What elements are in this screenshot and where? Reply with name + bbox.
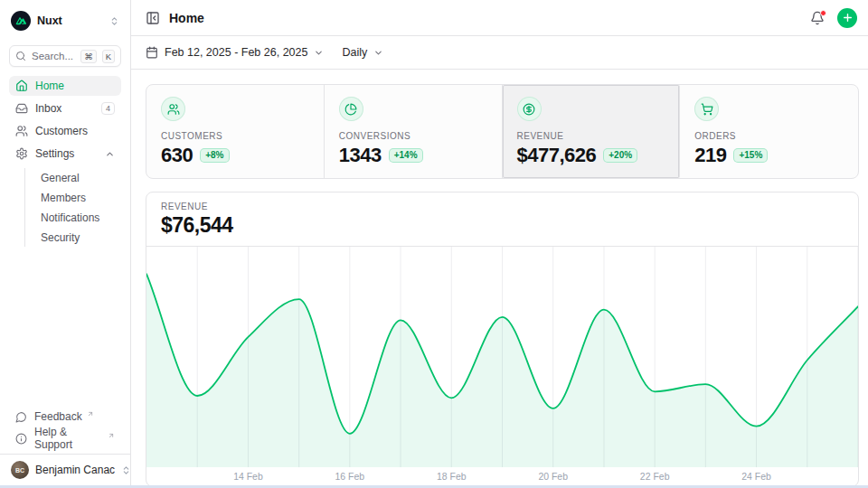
stat-label: CUSTOMERS (161, 131, 309, 141)
period-select[interactable]: Daily (342, 46, 383, 59)
external-link-icon (108, 432, 115, 439)
search-input[interactable]: Search... ⌘ K (9, 45, 121, 67)
notification-dot (820, 10, 826, 16)
chevrons-up-down-icon (109, 16, 119, 26)
stat-card-customers[interactable]: CUSTOMERS 630 +8% (146, 85, 325, 178)
user-menu-button[interactable]: BC Benjamin Canac (0, 454, 130, 485)
sidebar-nav: Home Inbox 4 Customers Settings (0, 76, 130, 249)
user-name: Benjamin Canac (35, 464, 115, 476)
revenue-chart-card: REVENUE $76,544 14 Feb16 Feb18 Feb20 Feb… (146, 192, 859, 485)
help-support-label: Help & Support (34, 426, 103, 451)
svg-text:18 Feb: 18 Feb (437, 472, 467, 482)
sidebar-item-home[interactable]: Home (9, 76, 121, 96)
stat-label: CONVERSIONS (339, 131, 487, 141)
home-icon (15, 80, 28, 92)
svg-text:24 Feb: 24 Feb (741, 472, 771, 482)
help-support-link[interactable]: Help & Support (9, 428, 121, 448)
stat-value: 219 (694, 144, 726, 167)
stat-delta-badge: +14% (389, 148, 423, 163)
sidebar-item-general[interactable]: General (35, 168, 121, 187)
stat-value: $477,626 (517, 144, 597, 167)
chevrons-up-down-icon (121, 465, 131, 475)
svg-text:16 Feb: 16 Feb (335, 472, 364, 482)
feedback-label: Feedback (34, 410, 82, 423)
stat-delta-badge: +8% (200, 148, 229, 163)
chevron-down-icon (314, 48, 324, 58)
chart-body: 14 Feb16 Feb18 Feb20 Feb22 Feb24 Feb (146, 247, 858, 485)
top-bar: Home (131, 0, 868, 36)
users-icon (15, 125, 28, 137)
search-icon (15, 51, 26, 61)
stat-card-orders[interactable]: ORDERS 219 +15% (680, 85, 858, 178)
date-range-picker[interactable]: Feb 12, 2025 - Feb 26, 2025 (146, 46, 324, 59)
sidebar-item-inbox[interactable]: Inbox 4 (9, 99, 121, 118)
add-button[interactable] (837, 8, 857, 28)
sidebar: Nuxt Search... ⌘ K Home (0, 0, 131, 485)
stat-value: 630 (161, 144, 193, 167)
stat-card-revenue[interactable]: REVENUE $477,626 +20% (503, 85, 681, 178)
chart-pie-icon (339, 97, 363, 121)
info-icon (15, 433, 27, 445)
revenue-chart[interactable]: 14 Feb16 Feb18 Feb20 Feb22 Feb24 Feb (146, 247, 858, 485)
settings-sub-list: General Members Notifications Security (24, 168, 121, 247)
sidebar-item-label: Inbox (35, 102, 61, 115)
collapse-sidebar-button[interactable] (146, 11, 160, 25)
topbar-actions (810, 8, 857, 28)
calendar-icon (146, 46, 158, 59)
filter-bar: Feb 12, 2025 - Feb 26, 2025 Daily (131, 36, 868, 70)
stat-delta-badge: +15% (733, 148, 768, 163)
sidebar-footer: Feedback Help & Support (0, 407, 130, 454)
inbox-count-badge: 4 (101, 102, 115, 115)
stat-card-conversions[interactable]: CONVERSIONS 1343 +14% (325, 85, 503, 178)
sidebar-item-label: Settings (35, 147, 74, 160)
kbd-meta: ⌘ (80, 50, 97, 63)
app-window: Nuxt Search... ⌘ K Home (0, 0, 868, 485)
avatar: BC (11, 461, 29, 479)
users-icon (161, 97, 185, 121)
sidebar-item-settings[interactable]: Settings (9, 144, 121, 164)
stat-label: ORDERS (694, 131, 844, 141)
svg-text:14 Feb: 14 Feb (233, 472, 263, 482)
period-label: Daily (342, 46, 367, 59)
kbd-k: K (102, 50, 115, 63)
dashboard-content: CUSTOMERS 630 +8% CONVERSIONS 1343 +14% (131, 70, 868, 485)
page-title: Home (169, 11, 204, 25)
main-area: Home Feb 12, 2025 - Feb 26, 2025 (131, 0, 868, 485)
message-circle-icon (15, 411, 27, 423)
chevron-up-icon (105, 149, 115, 159)
feedback-link[interactable]: Feedback (9, 407, 121, 427)
workspace-switcher[interactable]: Nuxt (9, 9, 121, 33)
chart-total-value: $76,544 (161, 213, 844, 238)
inbox-icon (15, 102, 28, 115)
shopping-cart-icon (694, 97, 719, 121)
stat-value: 1343 (339, 144, 382, 167)
sidebar-item-label: Home (35, 80, 64, 92)
gear-icon (15, 147, 28, 160)
sidebar-item-notifications[interactable]: Notifications (35, 208, 121, 227)
chart-title: REVENUE (161, 202, 844, 211)
sidebar-item-members[interactable]: Members (35, 188, 121, 207)
brand-name: Nuxt (37, 14, 62, 27)
sidebar-item-security[interactable]: Security (35, 228, 121, 247)
notifications-bell-button[interactable] (810, 11, 825, 25)
chart-header: REVENUE $76,544 (146, 192, 858, 247)
chevron-down-icon (373, 48, 383, 58)
date-range-label: Feb 12, 2025 - Feb 26, 2025 (165, 46, 307, 59)
sidebar-item-label: Customers (35, 125, 88, 137)
circle-dollar-icon (517, 97, 542, 121)
sidebar-item-customers[interactable]: Customers (9, 121, 121, 141)
stat-label: REVENUE (517, 131, 665, 141)
svg-text:20 Feb: 20 Feb (538, 472, 568, 482)
nuxt-logo-icon (11, 11, 31, 31)
stat-delta-badge: +20% (603, 148, 637, 163)
svg-text:22 Feb: 22 Feb (640, 472, 670, 482)
search-placeholder: Search... (32, 51, 75, 61)
stats-row: CUSTOMERS 630 +8% CONVERSIONS 1343 +14% (146, 84, 859, 179)
external-link-icon (87, 410, 94, 418)
